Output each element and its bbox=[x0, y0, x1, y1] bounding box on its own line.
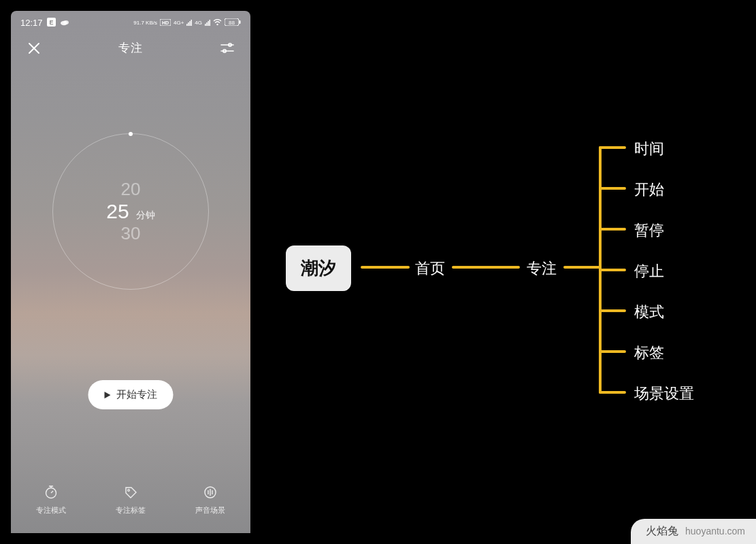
play-icon bbox=[105, 392, 111, 398]
mindmap-leaf: 时间 bbox=[634, 139, 664, 159]
app-title: 专注 bbox=[118, 40, 143, 56]
svg-rect-13 bbox=[210, 20, 211, 26]
status-battery-icon: 88 bbox=[225, 18, 241, 27]
watermark: 火焰兔 huoyantu.com bbox=[631, 519, 756, 544]
svg-rect-12 bbox=[208, 21, 209, 26]
mindmap-leaf: 暂停 bbox=[634, 220, 664, 241]
status-cloud-icon bbox=[60, 18, 69, 27]
app-header: 专注 bbox=[11, 31, 250, 65]
phone-screenshot: 12:17 E 91.7 KB/s HD 4G+ 4G bbox=[11, 11, 250, 533]
svg-rect-7 bbox=[188, 22, 190, 26]
mindmap-root: 潮汐 bbox=[286, 245, 351, 291]
status-hd-icon: HD bbox=[160, 19, 171, 27]
status-bar: 12:17 E 91.7 KB/s HD 4G+ 4G bbox=[11, 11, 250, 31]
status-sim1-icon bbox=[186, 19, 192, 27]
mindmap-node-focus: 专注 bbox=[527, 258, 557, 279]
svg-text:HD: HD bbox=[162, 20, 169, 24]
svg-line-25 bbox=[51, 491, 53, 493]
svg-text:88: 88 bbox=[229, 20, 235, 26]
close-icon[interactable] bbox=[27, 41, 41, 55]
start-button-label: 开始专注 bbox=[116, 388, 157, 401]
mindmap: 潮汐 首页 专注 时间开始暂停停止模式标签场景设置 bbox=[286, 0, 742, 544]
connector bbox=[599, 391, 626, 394]
status-sim2-icon bbox=[205, 19, 210, 27]
bottom-tab-bar: 专注模式 专注标签 声音场景 bbox=[11, 485, 250, 515]
status-app-icon: E bbox=[47, 18, 56, 28]
tab-focus-tag[interactable]: 专注标签 bbox=[116, 485, 146, 515]
svg-rect-8 bbox=[190, 21, 191, 26]
svg-rect-11 bbox=[206, 22, 208, 26]
tab-label: 专注模式 bbox=[36, 505, 66, 515]
mindmap-leaf: 开始 bbox=[634, 180, 664, 200]
connector bbox=[599, 350, 626, 353]
tab-label: 专注标签 bbox=[116, 505, 146, 515]
status-time: 12:17 bbox=[20, 18, 43, 28]
tag-icon bbox=[123, 485, 138, 501]
connector bbox=[599, 309, 626, 312]
status-wifi-icon bbox=[213, 19, 222, 27]
stopwatch-icon bbox=[44, 485, 59, 501]
watermark-name: 火焰兔 bbox=[646, 524, 678, 539]
connector bbox=[599, 187, 626, 190]
watermark-url: huoyantu.com bbox=[685, 526, 745, 537]
start-focus-button[interactable]: 开始专注 bbox=[88, 380, 174, 409]
tab-focus-mode[interactable]: 专注模式 bbox=[36, 485, 66, 515]
connector bbox=[599, 228, 626, 231]
svg-rect-16 bbox=[240, 20, 241, 24]
dial-unit: 分钟 bbox=[136, 209, 155, 222]
status-signal-2: 4G bbox=[195, 20, 202, 26]
svg-rect-10 bbox=[205, 24, 206, 26]
connector bbox=[361, 266, 410, 269]
mindmap-leaf: 停止 bbox=[634, 261, 664, 282]
tab-sound-scene[interactable]: 声音场景 bbox=[195, 485, 225, 515]
settings-sliders-icon[interactable] bbox=[220, 42, 234, 54]
svg-rect-6 bbox=[186, 24, 188, 26]
status-net-speed: 91.7 KB/s bbox=[133, 20, 157, 26]
svg-point-26 bbox=[128, 490, 130, 492]
timer-dial[interactable]: 20 25 分钟 30 bbox=[52, 133, 209, 290]
dial-next-value: 30 bbox=[52, 223, 209, 244]
svg-text:E: E bbox=[49, 19, 53, 26]
tab-label: 声音场景 bbox=[195, 505, 225, 515]
connector bbox=[599, 269, 626, 271]
dial-current-value: 25 bbox=[106, 200, 129, 223]
connector bbox=[599, 146, 626, 149]
mindmap-leaf: 模式 bbox=[634, 302, 664, 322]
status-signal-1: 4G+ bbox=[174, 20, 184, 26]
dial-prev-value: 20 bbox=[52, 179, 209, 200]
connector bbox=[563, 266, 600, 269]
svg-point-3 bbox=[63, 20, 69, 24]
svg-point-14 bbox=[216, 23, 218, 24]
svg-rect-9 bbox=[191, 20, 193, 26]
sound-icon bbox=[203, 485, 218, 501]
connector bbox=[452, 266, 520, 269]
mindmap-leaf: 场景设置 bbox=[634, 384, 694, 404]
mindmap-leaf: 标签 bbox=[634, 343, 664, 363]
mindmap-node-home: 首页 bbox=[415, 258, 445, 279]
